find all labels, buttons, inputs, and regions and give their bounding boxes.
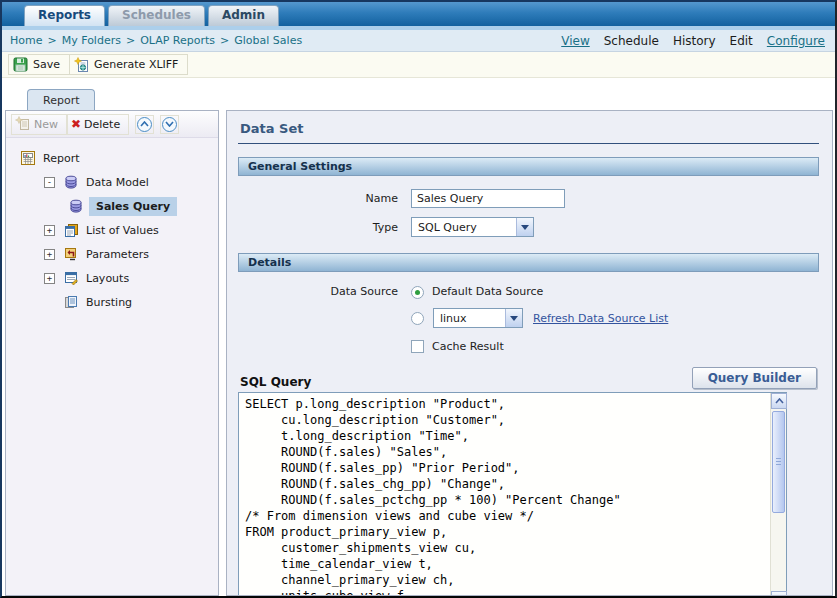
report-tree: Report - Data Model xyxy=(6,138,218,314)
content-area: New ✖ Delete xyxy=(2,110,835,596)
parameters-icon xyxy=(63,246,79,262)
tree-item-bursting[interactable]: Bursting xyxy=(6,290,218,314)
data-source-select-value: linux xyxy=(434,312,505,325)
top-navigation-bar: Reports Schedules Admin xyxy=(2,2,835,26)
app-window: Reports Schedules Admin Home > My Folder… xyxy=(0,0,837,598)
tree-item-data-model-label: Data Model xyxy=(86,176,149,189)
view-link[interactable]: View xyxy=(561,34,589,48)
save-button[interactable]: Save xyxy=(8,54,70,75)
save-floppy-icon xyxy=(13,57,29,73)
configure-link[interactable]: Configure xyxy=(767,34,825,48)
breadcrumb: Home > My Folders > OLAP Reports > Globa… xyxy=(10,34,302,47)
new-button[interactable]: New xyxy=(11,114,67,135)
data-set-panel: Data Set General Settings Name Type SQL … xyxy=(226,110,833,596)
dropdown-arrow-icon xyxy=(516,218,533,236)
main-toolbar: Save Generate XLIFF xyxy=(2,52,835,78)
delete-button-label: Delete xyxy=(84,118,120,131)
tree-item-list-of-values[interactable]: + List of Values xyxy=(6,218,218,242)
named-data-source-radio[interactable] xyxy=(411,312,424,325)
tree-item-data-model[interactable]: - Data Model xyxy=(6,170,218,194)
history-link[interactable]: History xyxy=(673,34,716,48)
tab-schedules-label: Schedules xyxy=(122,8,191,22)
move-down-button[interactable] xyxy=(160,115,179,134)
scrollbar-thumb[interactable] xyxy=(772,411,785,513)
report-actions: View Schedule History Edit Configure xyxy=(561,34,825,48)
tree-item-layouts[interactable]: + Layouts xyxy=(6,266,218,290)
generate-xliff-icon xyxy=(74,57,90,73)
breadcrumb-olap-reports[interactable]: OLAP Reports xyxy=(140,34,215,47)
edit-link[interactable]: Edit xyxy=(730,34,753,48)
type-select-value: SQL Query xyxy=(412,221,516,234)
sql-query-editor[interactable]: SELECT p.long_description "Product", cu.… xyxy=(238,392,787,596)
expand-icon[interactable]: + xyxy=(44,249,55,260)
sql-query-text[interactable]: SELECT p.long_description "Product", cu.… xyxy=(239,393,770,596)
layouts-icon xyxy=(63,270,79,286)
default-data-source-radio[interactable] xyxy=(411,286,424,299)
database-icon xyxy=(63,174,79,190)
move-up-button[interactable] xyxy=(135,115,154,134)
general-settings-header-label: General Settings xyxy=(248,160,352,173)
tree-item-parameters[interactable]: + Parameters xyxy=(6,242,218,266)
type-select[interactable]: SQL Query xyxy=(411,217,534,237)
scroll-down-button[interactable] xyxy=(771,591,787,596)
save-button-label: Save xyxy=(33,58,60,71)
default-data-source-label: Default Data Source xyxy=(432,285,543,298)
tab-reports[interactable]: Reports xyxy=(24,5,105,26)
report-tree-panel: New ✖ Delete xyxy=(5,110,219,596)
tree-item-report[interactable]: Report xyxy=(6,146,218,170)
tab-schedules[interactable]: Schedules xyxy=(108,5,205,26)
breadcrumb-separator: > xyxy=(47,34,56,47)
new-item-icon xyxy=(15,116,31,132)
breadcrumb-global-sales[interactable]: Global Sales xyxy=(234,34,302,47)
breadcrumb-my-folders[interactable]: My Folders xyxy=(62,34,121,47)
name-input[interactable] xyxy=(411,189,565,208)
tree-item-layouts-label: Layouts xyxy=(86,272,129,285)
tree-item-report-label: Report xyxy=(43,152,79,165)
generate-xliff-label: Generate XLIFF xyxy=(94,58,178,71)
breadcrumb-separator: > xyxy=(126,34,135,47)
spacer xyxy=(2,78,835,89)
tab-report[interactable]: Report xyxy=(27,89,95,110)
tab-admin[interactable]: Admin xyxy=(208,5,279,26)
delete-x-icon: ✖ xyxy=(71,118,81,130)
cache-result-label: Cache Result xyxy=(432,340,504,353)
tab-reports-label: Reports xyxy=(38,8,91,22)
details-header: Details xyxy=(238,253,819,272)
expand-icon[interactable]: + xyxy=(44,273,55,284)
cache-result-checkbox[interactable] xyxy=(411,340,424,353)
report-icon xyxy=(20,150,36,166)
page-title: Data Set xyxy=(240,121,819,136)
dropdown-arrow-icon xyxy=(505,309,522,327)
title-divider xyxy=(238,143,819,144)
bursting-icon xyxy=(63,294,79,310)
list-of-values-icon xyxy=(63,222,79,238)
collapse-icon[interactable]: - xyxy=(44,177,55,188)
data-source-label: Data Source xyxy=(238,285,398,298)
tree-item-list-of-values-label: List of Values xyxy=(86,224,159,237)
name-label: Name xyxy=(238,192,398,205)
general-settings-header: General Settings xyxy=(238,157,819,176)
breadcrumb-bar: Home > My Folders > OLAP Reports > Globa… xyxy=(2,30,835,52)
sql-scrollbar[interactable] xyxy=(770,393,786,596)
schedule-link[interactable]: Schedule xyxy=(604,34,659,48)
chevron-up-icon xyxy=(137,117,152,132)
delete-button[interactable]: ✖ Delete xyxy=(67,114,129,135)
breadcrumb-home[interactable]: Home xyxy=(10,34,42,47)
query-builder-button[interactable]: Query Builder xyxy=(692,367,817,389)
tree-item-sales-query[interactable]: Sales Query xyxy=(6,194,218,218)
scroll-up-button[interactable] xyxy=(771,393,787,409)
new-button-label: New xyxy=(34,118,58,131)
database-icon xyxy=(68,198,84,214)
details-header-label: Details xyxy=(248,256,291,269)
data-source-select[interactable]: linux xyxy=(433,308,523,328)
tab-admin-label: Admin xyxy=(222,8,265,22)
tree-item-parameters-label: Parameters xyxy=(86,248,149,261)
generate-xliff-button[interactable]: Generate XLIFF xyxy=(70,54,188,75)
sql-query-label: SQL Query xyxy=(240,375,311,389)
expand-icon[interactable]: + xyxy=(44,225,55,236)
chevron-down-icon xyxy=(162,117,177,132)
refresh-data-source-link[interactable]: Refresh Data Source List xyxy=(533,312,668,325)
breadcrumb-separator: > xyxy=(220,34,229,47)
tree-toolbar: New ✖ Delete xyxy=(6,111,218,138)
tree-item-bursting-label: Bursting xyxy=(86,296,132,309)
